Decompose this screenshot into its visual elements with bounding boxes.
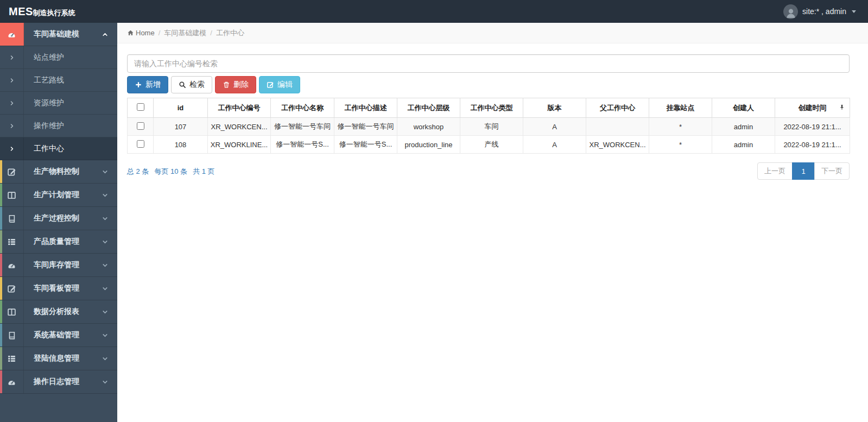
book-icon	[0, 207, 24, 230]
sidebar-item-data-analysis-reports[interactable]: 数据分析报表	[0, 300, 117, 324]
trash-icon	[223, 81, 230, 89]
sidebar-subitem-resource-maintenance[interactable]: 资源维护	[0, 92, 117, 115]
sidebar-item-production-material-control[interactable]: 生产物料控制	[0, 160, 117, 184]
search-button[interactable]: 检索	[171, 76, 212, 93]
chevron-right-icon	[0, 92, 24, 114]
column-header-station[interactable]: 挂靠站点	[649, 98, 712, 118]
column-header-name[interactable]: 工作中心名称	[271, 98, 334, 118]
cell-name: 修一智能一号S...	[271, 136, 334, 154]
cell-creator: admin	[712, 118, 775, 136]
user-menu[interactable]: site:* , admin	[783, 4, 868, 19]
column-header-description[interactable]: 工作中心描述	[334, 98, 397, 118]
breadcrumb: Home / 车间基础建模 / 工作中心	[117, 23, 868, 43]
chevron-down-icon	[102, 332, 117, 339]
sidebar-item-workshop-inventory-management[interactable]: 车间库存管理	[0, 254, 117, 277]
sidebar-subitem-work-center[interactable]: 工作中心	[0, 137, 117, 160]
cell-description: 修一智能一号车间	[334, 118, 397, 136]
chevron-down-icon	[102, 262, 117, 269]
add-button[interactable]: 新增	[127, 76, 168, 93]
pagination-bar: 总 2 条 每页 10 条 共 1 页 上一页 1 下一页	[127, 162, 850, 180]
search-input[interactable]	[127, 54, 850, 73]
page-1-button[interactable]: 1	[792, 162, 815, 180]
cell-type: 产线	[460, 136, 523, 154]
sidebar-item-production-process-control[interactable]: 生产过程控制	[0, 207, 117, 230]
edit-icon	[0, 277, 24, 300]
chevron-down-icon	[102, 168, 117, 175]
breadcrumb-item[interactable]: 车间基础建模	[164, 28, 206, 38]
sidebar-subitem-station-maintenance[interactable]: 站点维护	[0, 46, 117, 69]
sidebar-item-label: 生产计划管理	[24, 190, 102, 200]
sidebar-item-login-info-management[interactable]: 登陆信息管理	[0, 347, 117, 370]
sidebar-item-production-plan-management[interactable]: 生产计划管理	[0, 184, 117, 207]
breadcrumb-separator: /	[210, 29, 212, 37]
table-row[interactable]: 107 XR_WORKCEN... 修一智能一号车间 修一智能一号车间 work…	[128, 118, 850, 136]
chevron-right-icon	[0, 69, 24, 91]
cell-code: XR_WORKLINE...	[208, 136, 271, 154]
cell-station: *	[649, 136, 712, 154]
sidebar-item-label: 产品质量管理	[24, 237, 102, 247]
sidebar-item-label: 操作日志管理	[24, 377, 102, 387]
sidebar-item-product-quality-management[interactable]: 产品质量管理	[0, 230, 117, 254]
cell-id: 107	[154, 118, 208, 136]
column-header-level[interactable]: 工作中心层级	[397, 98, 460, 118]
book-icon	[0, 324, 24, 347]
sidebar-subitem-label: 工作中心	[24, 144, 117, 154]
edit-icon	[0, 160, 24, 183]
column-header-code[interactable]: 工作中心编号	[208, 98, 271, 118]
chevron-right-icon	[0, 46, 24, 68]
cell-type: 车间	[460, 118, 523, 136]
pin-icon[interactable]	[839, 104, 845, 112]
pagination-per-page: 每页 10 条	[154, 167, 187, 177]
search-button-label: 检索	[189, 80, 205, 90]
column-header-id[interactable]: id	[154, 98, 208, 118]
header-select-cell	[128, 98, 154, 118]
sidebar-item-label: 车间看板管理	[24, 284, 102, 293]
home-icon	[127, 29, 134, 36]
sidebar-item-label: 生产过程控制	[24, 213, 102, 223]
sidebar-subitem-process-route[interactable]: 工艺路线	[0, 69, 117, 92]
dashboard-icon	[0, 254, 24, 276]
breadcrumb-home-link[interactable]: Home	[127, 29, 155, 37]
row-select-checkbox[interactable]	[137, 122, 144, 130]
prev-page-button[interactable]: 上一页	[757, 162, 793, 180]
cell-description: 修一智能一号S...	[334, 136, 397, 154]
sidebar-subitem-label: 操作维护	[24, 121, 117, 131]
column-header-creator[interactable]: 创建人	[712, 98, 775, 118]
cell-level: workshop	[397, 118, 460, 136]
cell-version: A	[523, 136, 586, 154]
app-logo: MES制造执行系统	[0, 5, 75, 18]
sidebar-item-label: 系统基础管理	[24, 330, 102, 340]
next-page-button[interactable]: 下一页	[814, 162, 850, 180]
chevron-down-icon	[102, 308, 117, 316]
sidebar-subitem-operation-maintenance[interactable]: 操作维护	[0, 115, 117, 137]
breadcrumb-item-current: 工作中心	[216, 28, 244, 38]
select-all-checkbox[interactable]	[137, 103, 144, 111]
sidebar-item-workshop-kanban-management[interactable]: 车间看板管理	[0, 277, 117, 300]
work-center-table: id 工作中心编号 工作中心名称 工作中心描述 工作中心层级 工作中心类型 版本…	[127, 98, 850, 154]
main-content: Home / 车间基础建模 / 工作中心 新增 检索 删除 编辑	[117, 23, 868, 422]
cell-id: 108	[154, 136, 208, 154]
pager: 上一页 1 下一页	[757, 162, 850, 180]
avatar	[783, 4, 798, 19]
row-select-cell	[128, 118, 154, 136]
sidebar-item-operation-log-management[interactable]: 操作日志管理	[0, 370, 117, 394]
chevron-down-icon	[102, 285, 117, 292]
sidebar-item-workshop-modeling[interactable]: 车间基础建模	[0, 23, 117, 46]
table-row[interactable]: 108 XR_WORKLINE... 修一智能一号S... 修一智能一号S...…	[128, 136, 850, 154]
delete-button[interactable]: 删除	[215, 76, 256, 93]
sidebar-item-label: 登陆信息管理	[24, 354, 102, 363]
row-select-checkbox[interactable]	[137, 140, 144, 148]
pencil-square-icon	[267, 81, 274, 89]
row-select-cell	[128, 136, 154, 154]
pagination-page-count: 共 1 页	[193, 167, 214, 177]
column-header-type[interactable]: 工作中心类型	[460, 98, 523, 118]
column-header-created-time[interactable]: 创建时间	[775, 98, 850, 118]
cell-code: XR_WORKCEN...	[208, 118, 271, 136]
sidebar-item-system-basic-management[interactable]: 系统基础管理	[0, 324, 117, 347]
column-header-version[interactable]: 版本	[523, 98, 586, 118]
edit-button[interactable]: 编辑	[259, 76, 300, 93]
sidebar-subitem-label: 工艺路线	[24, 75, 117, 85]
column-header-parent[interactable]: 父工作中心	[586, 98, 649, 118]
cell-name: 修一智能一号车间	[271, 118, 334, 136]
search-icon	[179, 81, 186, 89]
